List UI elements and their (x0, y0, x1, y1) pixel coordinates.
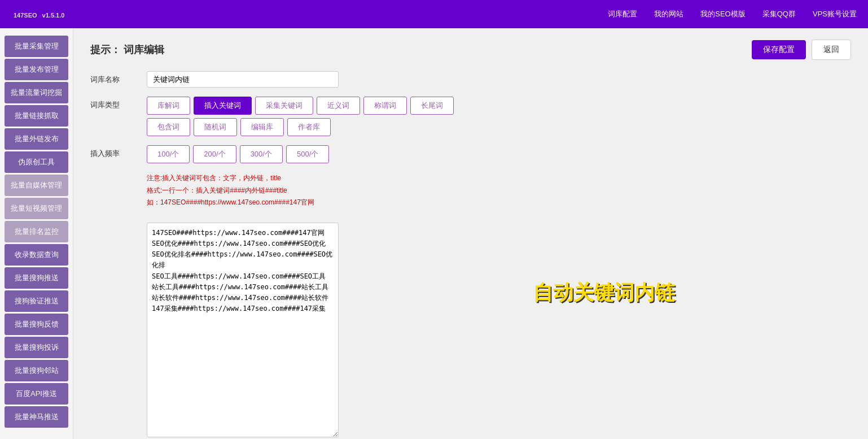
freq-btn-200[interactable]: 200/个 (193, 145, 236, 163)
sidebar-item-batch-external[interactable]: 批量外链发布 (5, 128, 68, 150)
nav-seo-template[interactable]: 我的SEO模版 (700, 9, 745, 19)
logo: 147SEO v1.5.1.0 (11, 8, 64, 20)
notice-line-3: 如：147SEO####https://www.147seo.com####14… (147, 197, 497, 209)
back-button[interactable]: 返回 (812, 40, 851, 60)
sidebar-item-batch-complaint[interactable]: 批量搜狗投诉 (5, 337, 68, 358)
sidebar-item-baidu-api[interactable]: 百度API推送 (5, 383, 68, 405)
right-section: 自动关键词内链 (488, 223, 851, 318)
type-btn-combined[interactable]: 包含词 (147, 118, 190, 136)
textarea-content: 147SEO####https://www.147seo.com####147官… (147, 223, 488, 439)
form-row-type: 词库类型 库解词 插入关键词 采集关键词 近义词 称谓词 长尾词 包含词 随机词… (90, 97, 851, 136)
page-title: 提示： 词库编辑 (90, 43, 752, 56)
type-btn-adjective[interactable]: 称谓词 (363, 97, 407, 115)
notice-text: 注意:插入关键词可包含：文字，内外链，title 格式:一行一个：插入关键词##… (147, 172, 497, 209)
header-nav: 词库配置 我的网站 我的SEO模版 采集QQ群 VPS账号设置 (608, 9, 857, 19)
keyword-textarea[interactable]: 147SEO####https://www.147seo.com####147官… (147, 223, 339, 437)
type-btn-long-tail[interactable]: 长尾词 (410, 97, 454, 115)
name-input[interactable] (147, 71, 339, 88)
type-btn-author[interactable]: 作者库 (287, 118, 331, 136)
type-btn-editor[interactable]: 编辑库 (240, 118, 284, 136)
type-btn-collect-keyword[interactable]: 采集关键词 (255, 97, 313, 115)
sidebar-item-batch-traffic[interactable]: 批量流量词挖掘 (5, 82, 68, 103)
sidebar-item-batch-shenma[interactable]: 批量神马推送 (5, 406, 68, 428)
sidebar-item-batch-media: 批量自媒体管理 (5, 175, 68, 196)
textarea-spacer (90, 223, 147, 226)
form-row-freq: 插入频率 100/个 200/个 300/个 500/个 (90, 145, 851, 163)
nav-collect-qq[interactable]: 采集QQ群 (762, 9, 796, 19)
sidebar: 批量采集管理 批量发布管理 批量流量词挖掘 批量链接抓取 批量外链发布 伪原创工… (0, 28, 73, 439)
nav-vps-account[interactable]: VPS账号设置 (813, 9, 857, 19)
nav-my-site[interactable]: 我的网站 (654, 9, 683, 19)
sidebar-item-batch-feedback[interactable]: 批量搜狗反馈 (5, 314, 68, 335)
type-btn-synonym2[interactable]: 近义词 (317, 97, 360, 115)
form-row-name: 词库名称 (90, 71, 851, 88)
big-label: 自动关键词内链 (533, 279, 675, 307)
freq-btn-500[interactable]: 500/个 (286, 145, 329, 163)
layout: 批量采集管理 批量发布管理 批量流量词挖掘 批量链接抓取 批量外链发布 伪原创工… (0, 28, 868, 439)
freq-btn-300[interactable]: 300/个 (240, 145, 283, 163)
type-label: 词库类型 (90, 97, 147, 110)
logo-text: 147SEO (14, 12, 37, 19)
sidebar-item-sogou-verify[interactable]: 搜狗验证推送 (5, 290, 68, 312)
notice-line-2: 格式:一行一个：插入关键词####内外链###title (147, 185, 497, 197)
type-btn-random[interactable]: 随机词 (194, 118, 237, 136)
main-content: 提示： 词库编辑 保存配置 返回 词库名称 词库类型 库解词 插入关键词 采集关… (73, 28, 868, 439)
type-content: 库解词 插入关键词 采集关键词 近义词 称谓词 长尾词 包含词 随机词 编辑库 … (147, 97, 497, 136)
sidebar-item-batch-baidu-push[interactable]: 批量搜狗推送 (5, 267, 68, 289)
freq-label: 插入频率 (90, 145, 147, 159)
save-button[interactable]: 保存配置 (752, 40, 806, 59)
header: 147SEO v1.5.1.0 词库配置 我的网站 我的SEO模版 采集QQ群 … (0, 0, 868, 28)
sidebar-item-batch-neighbor[interactable]: 批量搜狗邻站 (5, 360, 68, 381)
notice-content: 注意:插入关键词可包含：文字，内外链，title 格式:一行一个：插入关键词##… (147, 172, 497, 214)
type-btn-synonym[interactable]: 库解词 (147, 97, 190, 115)
sidebar-item-fake-original[interactable]: 伪原创工具 (5, 151, 68, 173)
sidebar-item-batch-links[interactable]: 批量链接抓取 (5, 105, 68, 127)
freq-content: 100/个 200/个 300/个 500/个 (147, 145, 497, 163)
sidebar-item-batch-brand: 批量排名监控 (5, 221, 68, 242)
notice-spacer (90, 172, 147, 176)
sidebar-item-collect-data[interactable]: 收录数据查询 (5, 244, 68, 266)
nav-ciku-config[interactable]: 词库配置 (608, 9, 637, 19)
freq-row: 100/个 200/个 300/个 500/个 (147, 145, 497, 163)
form-row-notice: 注意:插入关键词可包含：文字，内外链，title 格式:一行一个：插入关键词##… (90, 172, 851, 214)
sidebar-item-batch-collect[interactable]: 批量采集管理 (5, 36, 68, 57)
hint-text: 提示： (90, 44, 121, 55)
name-label: 词库名称 (90, 71, 147, 85)
sidebar-item-batch-video: 批量短视频管理 (5, 198, 68, 219)
form-row-textarea: 147SEO####https://www.147seo.com####147官… (90, 223, 851, 439)
version-text: v1.5.1.0 (42, 12, 65, 19)
freq-btn-100[interactable]: 100/个 (147, 145, 190, 163)
name-content (147, 71, 497, 88)
type-grid: 库解词 插入关键词 采集关键词 近义词 称谓词 长尾词 包含词 随机词 编辑库 … (147, 97, 497, 136)
page-header: 提示： 词库编辑 保存配置 返回 (90, 40, 851, 60)
title-text: 词库编辑 (124, 44, 164, 55)
type-btn-insert-keyword[interactable]: 插入关键词 (194, 97, 252, 115)
sidebar-item-batch-publish[interactable]: 批量发布管理 (5, 59, 68, 80)
notice-line-1: 注意:插入关键词可包含：文字，内外链，title (147, 172, 497, 185)
